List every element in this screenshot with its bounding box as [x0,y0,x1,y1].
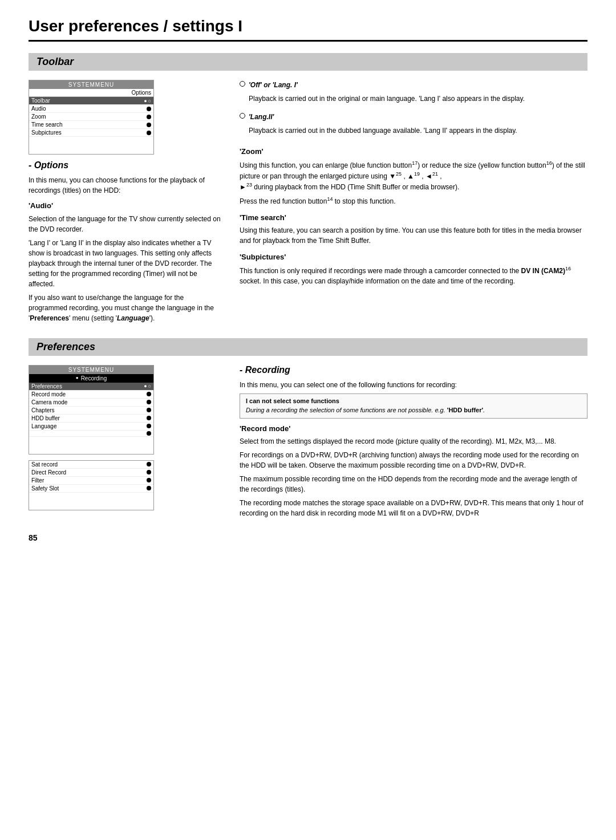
filter-dot [147,478,151,482]
subpictures-text: This function is only required if record… [240,265,587,286]
menu-title: SYSTEMMENU [29,80,153,89]
menu-item-audio[interactable]: Audio [29,105,153,113]
menu-item-audio-label: Audio [31,105,144,112]
page-title: User preferences / settings I [29,17,587,42]
zoom-sup2: 16 [546,160,552,166]
menu-item-subpictures-label: Subpictures [31,129,144,136]
menu-item-zoom-label: Zoom [31,113,144,120]
audio-text3: If you also want to use/change the langu… [29,293,222,323]
pref-item-record-mode-label: Record mode [31,391,144,397]
pref-menu-title: SYSTEMMENU [29,366,153,374]
notice-title: I can not select some functions [246,397,581,404]
toolbar-right-col: 'Off' or 'Lang. I' Playback is carried o… [240,80,587,327]
pref-item-preferences-label: Preferences [31,383,144,389]
pref-menu-item-empty [29,431,153,437]
radio-off-lang1-content: 'Off' or 'Lang. I' Playback is carried o… [249,80,525,107]
chapters-dot [147,408,151,412]
toolbar-content: SYSTEMMENU Options Toolbar ● ○ Audio Zoo… [29,80,587,327]
options-title: - Options [29,160,222,171]
zoom-dot [147,115,151,119]
subpictures-dot [147,131,151,135]
preferences-menu-box1: SYSTEMMENU ● Recording Preferences ● ○ R… [29,365,154,455]
radio-lang2: 'Lang.II' Playback is carried out in the… [240,112,587,139]
audio-text2: 'Lang I' or 'Lang II' in the display als… [29,238,222,289]
sat-record-dot [147,462,151,466]
zoom-sup7: 14 [327,196,333,202]
time-search-heading: 'Time search' [240,212,587,224]
preferences-section-header: Preferences [29,338,587,356]
subpictures-heading: 'Subpictures' [240,251,587,263]
menu-item-time-search[interactable]: Time search [29,121,153,129]
zoom-sup1: 17 [412,160,418,166]
pref-icon-empty: ○ [148,383,151,389]
lang2-label: 'Lang.II' [249,112,517,122]
safety-slot-label: Safety Slot [31,485,144,492]
radio-lang2-content: 'Lang.II' Playback is carried out in the… [249,112,517,139]
record-mode-text2: For recordings on a DVD+RW, DVD+R (archi… [240,450,587,470]
pref-menu-item-preferences[interactable]: Preferences ● ○ [29,383,153,391]
off-lang1-label: 'Off' or 'Lang. I' [249,80,525,90]
notice-box: I can not select some functions During a… [240,393,587,419]
preferences-content: SYSTEMMENU ● Recording Preferences ● ○ R… [29,365,587,522]
filter-label: Filter [31,477,144,484]
pref-menu-recording-header: ● Recording [29,374,153,383]
page-number: 85 [29,533,587,542]
camera-mode-dot [147,400,151,404]
subpictures-sup: 16 [565,266,571,271]
radio-circle-lang2 [240,113,245,119]
pref-item-camera-mode-label: Camera mode [31,399,144,405]
record-mode-text4: The recording mode matches the storage s… [240,498,587,518]
radio-circle-off-lang1 [240,81,245,87]
menu-options-row: Options [29,89,153,97]
recording-section-title: - Recording [240,365,587,375]
audio-text1: Selection of the language for the TV sho… [29,214,222,234]
record-mode-text3: The maximum possible recording time on t… [240,474,587,494]
direct-record-label: Direct Record [31,469,144,476]
zoom-sup6: 23 [246,182,252,188]
notice-text: During a recording the selection of some… [246,406,581,415]
preferences-right-col: - Recording In this menu, you can select… [240,365,587,522]
record-mode-text1: Select from the settings displayed the r… [240,436,587,447]
pref-icon-filled: ● [144,383,147,389]
pref-menu2-safety-slot[interactable]: Safety Slot [29,485,153,493]
preferences-menu-box2: Sat record Direct Record Filter Safety S… [29,460,154,510]
toolbar-section-header: Toolbar [29,53,587,71]
radio-off-lang1: 'Off' or 'Lang. I' Playback is carried o… [240,80,587,107]
menu-item-subpictures[interactable]: Subpictures [29,129,153,137]
menu-item-time-search-label: Time search [31,121,144,128]
pref-menu-item-chapters[interactable]: Chapters [29,407,153,415]
pref-menu-item-camera-mode[interactable]: Camera mode [29,399,153,407]
pref-menu-item-hdd-buffer[interactable]: HDD buffer [29,415,153,423]
zoom-sup5: 21 [432,171,438,177]
recording-label: Recording [81,375,107,382]
zoom-heading: 'Zoom' [240,146,587,157]
zoom-text2: Press the red function button14 to stop … [240,196,587,206]
sat-record-label: Sat record [31,461,144,468]
pref-item-hdd-buffer-label: HDD buffer [31,415,144,421]
audio-dot [147,107,151,111]
audio-heading: 'Audio' [29,200,222,212]
pref-menu2-sat-record[interactable]: Sat record [29,461,153,469]
hdd-buffer-dot [147,416,151,420]
pref-menu1-empty-space [29,437,153,454]
record-mode-heading: 'Record mode' [240,423,587,435]
recording-intro: In this menu, you can select one of the … [240,380,587,390]
safety-slot-dot [147,486,151,490]
pref-menu2-empty-space [29,493,153,510]
menu-item-zoom[interactable]: Zoom [29,113,153,121]
menu-item-toolbar[interactable]: Toolbar ● ○ [29,97,153,105]
empty-dot [147,431,151,436]
pref-menu2-filter[interactable]: Filter [29,477,153,485]
direct-record-dot [147,470,151,474]
pref-menu-item-language[interactable]: Language [29,423,153,431]
toolbar-menu-box: SYSTEMMENU Options Toolbar ● ○ Audio Zoo… [29,80,154,155]
preferences-left-col: SYSTEMMENU ● Recording Preferences ● ○ R… [29,365,222,522]
pref-menu2-direct-record[interactable]: Direct Record [29,469,153,477]
toolbar-icon-circle-empty: ○ [148,98,151,104]
toolbar-icon-circle-filled: ● [144,98,147,104]
menu-item-toolbar-label: Toolbar [31,98,144,104]
zoom-sup3: 25 [396,171,402,177]
pref-menu-item-record-mode[interactable]: Record mode [29,391,153,399]
recording-bullet: ● [76,375,79,382]
toolbar-left-col: SYSTEMMENU Options Toolbar ● ○ Audio Zoo… [29,80,222,327]
